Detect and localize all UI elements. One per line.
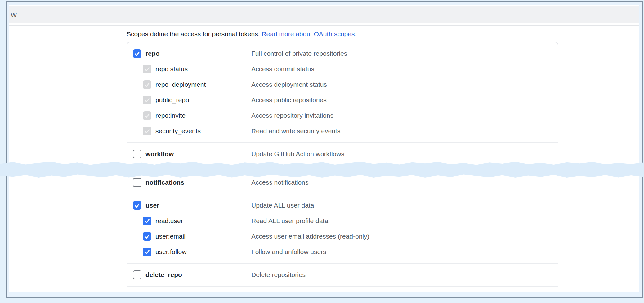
checkbox-delete_repo[interactable] <box>133 270 141 279</box>
scope-row-user:follow: user:followFollow and unfollow users <box>127 244 558 260</box>
scope-row-user: userUpdate ALL user data <box>127 198 558 213</box>
scope-description: Access notifications <box>251 179 308 186</box>
scope-label-repo[interactable]: repo <box>145 50 160 57</box>
scope-row-workflow: workflowUpdate GitHub Action workflows <box>127 146 558 162</box>
check-icon <box>144 81 150 88</box>
check-icon <box>144 112 150 119</box>
scope-description: Update GitHub Action workflows <box>251 150 344 158</box>
browser-window: w Scopes define the access for personal … <box>6 1 643 298</box>
scope-description: Access deployment status <box>251 81 327 88</box>
scope-description: Follow and unfollow users <box>251 248 326 256</box>
scope-label-user:follow[interactable]: user:follow <box>155 248 186 256</box>
checkbox-workflow[interactable] <box>133 150 141 158</box>
checkbox-read:user[interactable] <box>143 217 151 225</box>
scope-label-user[interactable]: user <box>145 202 159 209</box>
scope-row-repo:invite: repo:inviteAccess repository invitations <box>127 108 558 123</box>
scope-label-repo:status[interactable]: repo:status <box>155 65 188 73</box>
topbar-divider <box>9 25 639 26</box>
scope-label-workflow[interactable]: workflow <box>145 150 174 158</box>
checkbox-repo[interactable] <box>133 49 141 58</box>
scope-group: repoFull control of private repositories… <box>127 42 558 142</box>
scope-row-notifications: notificationsAccess notifications <box>127 175 558 190</box>
scope-row-repo: repoFull control of private repositories <box>127 46 558 61</box>
check-icon <box>144 217 150 224</box>
scope-label-repo:invite[interactable]: repo:invite <box>155 112 186 119</box>
scope-group: workflowUpdate GitHub Action workflows <box>127 142 558 165</box>
check-icon <box>144 66 150 72</box>
scope-label-delete_repo[interactable]: delete_repo <box>145 271 182 279</box>
scope-label-read:user[interactable]: read:user <box>155 217 183 225</box>
scope-description: Access public repositories <box>251 96 327 104</box>
scope-description: Access commit status <box>251 65 314 73</box>
check-icon <box>144 233 150 240</box>
scope-row-read:user: read:userRead ALL user profile data <box>127 213 558 229</box>
check-icon <box>144 128 150 134</box>
scope-label-notifications[interactable]: notifications <box>145 179 184 186</box>
scope-description: Read ALL user profile data <box>251 217 328 225</box>
checkbox-public_repo <box>143 96 151 104</box>
scope-row-repo:status: repo:statusAccess commit status <box>127 61 558 77</box>
scope-row-delete_repo: delete_repoDelete repositories <box>127 267 558 283</box>
torn-edge <box>0 161 644 178</box>
scope-group: delete_repoDelete repositories <box>127 263 558 286</box>
checkbox-repo:status <box>143 65 151 73</box>
checkbox-security_events <box>143 127 151 135</box>
scopes-intro: Scopes define the access for personal to… <box>127 30 356 38</box>
address-bar[interactable]: w <box>9 6 639 23</box>
check-icon <box>134 50 141 57</box>
scope-row-security_events: security_eventsRead and write security e… <box>127 123 558 139</box>
checkbox-repo_deployment <box>143 80 151 89</box>
checkbox-user:email[interactable] <box>143 232 151 241</box>
page: w Scopes define the access for personal … <box>9 5 639 292</box>
scope-description: Access user email addresses (read-only) <box>251 233 369 240</box>
checkbox-repo:invite <box>143 111 151 120</box>
scope-description: Access repository invitations <box>251 112 333 119</box>
scope-label-user:email[interactable]: user:email <box>155 233 186 240</box>
checkbox-user[interactable] <box>133 201 141 210</box>
screenshot-root: w Scopes define the access for personal … <box>0 0 644 303</box>
scope-description: Update ALL user data <box>251 202 314 209</box>
address-bar-text: w <box>11 10 17 19</box>
oauth-scopes-link[interactable]: Read more about OAuth scopes. <box>262 30 356 37</box>
checkbox-notifications[interactable] <box>133 178 141 187</box>
scope-description: Delete repositories <box>251 271 306 279</box>
scope-row-public_repo: public_repoAccess public repositories <box>127 92 558 108</box>
scope-label-security_events[interactable]: security_events <box>155 127 201 135</box>
check-icon <box>144 248 150 255</box>
scope-description: Read and write security events <box>251 127 340 135</box>
scope-description: Full control of private repositories <box>251 50 347 57</box>
scope-group: userUpdate ALL user dataread:userRead AL… <box>127 194 558 263</box>
scope-label-public_repo[interactable]: public_repo <box>155 96 189 104</box>
scope-row-repo_deployment: repo_deploymentAccess deployment status <box>127 77 558 92</box>
check-icon <box>144 97 150 103</box>
scopes-intro-text: Scopes define the access for personal to… <box>127 30 262 37</box>
scope-row-user:email: user:emailAccess user email addresses (r… <box>127 229 558 244</box>
scope-label-repo_deployment[interactable]: repo_deployment <box>155 81 206 88</box>
checkbox-user:follow[interactable] <box>143 248 151 256</box>
check-icon <box>134 202 141 209</box>
